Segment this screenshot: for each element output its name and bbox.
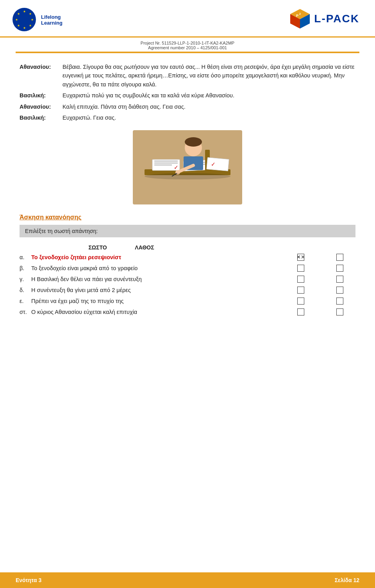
checkbox-wrong-a[interactable] — [336, 254, 343, 261]
answer-text-st: Ο κύριος Αθανασίου εύχεται καλή επιτυχία — [31, 309, 281, 315]
checkbox-wrong-e[interactable] — [336, 298, 343, 305]
svg-text:★: ★ — [23, 10, 26, 13]
checkbox-wrong-b[interactable] — [336, 265, 343, 272]
correct-cell-st — [285, 308, 316, 316]
answer-text-c: Η Βασιλική δεν θέλει να πάει για συνέντε… — [31, 276, 281, 282]
answer-letter-e: ε. — [20, 298, 31, 304]
exercise-section: Άσκηση κατανόησης Επιλέξτε τη σωστή απάν… — [20, 214, 355, 316]
col-wrong-header: ΛΑΘΟΣ — [121, 244, 168, 251]
wrong-cell-d — [324, 287, 355, 294]
checkbox-correct-e[interactable] — [297, 298, 304, 305]
svg-text:2: 2 — [299, 13, 301, 15]
svg-rect-17 — [154, 161, 178, 161]
speech-1: Βέβαια. Σίγουρα θα σας ρωτήσουν για τον … — [62, 63, 355, 89]
wrong-cell-a — [324, 254, 355, 261]
correct-cell-b — [285, 265, 316, 272]
speaker-1: Αθανασίου: — [20, 63, 62, 89]
desk-illustration: ✓ ✓ ✓ — [133, 130, 242, 204]
svg-text:★: ★ — [17, 24, 20, 27]
correct-cell-d — [285, 287, 316, 294]
project-line1: Project Nr. 511529-LLP-1-2010-1-IT-KA2-K… — [16, 41, 359, 45]
answer-row-c: γ. Η Βασιλική δεν θέλει να πάει για συνέ… — [20, 276, 355, 283]
answer-text-d: Η συνέντευξη θα γίνει μετά από 2 μέρες — [31, 287, 281, 293]
eu-logo: ★ ★ ★ ★ ★ ★ ★ ★ Lifelong Learning — [12, 7, 62, 32]
svg-text:✓: ✓ — [174, 164, 179, 170]
checkbox-correct-a[interactable]: ✕ — [297, 254, 304, 261]
lpack-logo: P 2 L-PACK — [288, 7, 359, 30]
speaker-3: Αθανασίου: — [20, 102, 62, 111]
answer-row-b: β. Το ξενοδοχείο είναι μακριά από το γρα… — [20, 265, 355, 272]
correct-cell-a: ✕ — [285, 254, 316, 261]
svg-point-34 — [145, 173, 230, 179]
speaker-4: Βασιλική: — [20, 113, 62, 122]
checkbox-wrong-c[interactable] — [336, 276, 343, 283]
svg-rect-19 — [154, 165, 172, 165]
svg-point-26 — [185, 137, 202, 147]
answer-checkboxes-st — [285, 308, 355, 316]
exercise-instruction: Επιλέξτε τη σωστή απάντηση: — [20, 225, 355, 237]
svg-text:★: ★ — [29, 12, 32, 16]
svg-text:P: P — [296, 14, 298, 18]
lpack-label: L-PACK — [314, 13, 359, 25]
answer-letter-st: στ. — [20, 309, 31, 315]
lpack-cube-icon: P 2 — [288, 7, 312, 30]
speech-4: Ευχαριστώ. Γεια σας. — [62, 113, 116, 122]
answer-checkboxes-a: ✕ — [285, 254, 355, 261]
eu-text-line1: Lifelong — [41, 14, 62, 20]
answer-text-e: Πρέπει να έχει μαζί της το πτυχίο της — [31, 298, 281, 304]
project-info: Project Nr. 511529-LLP-1-2010-1-IT-KA2-K… — [16, 38, 359, 52]
answer-row-a: α. Το ξενοδοχείο ζητάει ρεσεψιονίστ ✕ — [20, 254, 355, 261]
eu-text: Lifelong Learning — [41, 14, 62, 26]
svg-text:★: ★ — [15, 18, 18, 22]
answer-letter-b: β. — [20, 265, 31, 271]
wrong-cell-b — [324, 265, 355, 272]
dialogue-row-3: Αθανασίου: Καλή επιτυχία. Πάντα στη διάθ… — [20, 102, 355, 111]
speech-3: Καλή επιτυχία. Πάντα στη διάθεση σας. Γε… — [62, 102, 186, 111]
answer-letter-a: α. — [20, 254, 31, 260]
col-correct-header: ΣΩΣΤΟ — [74, 244, 121, 251]
main-content: Αθανασίου: Βέβαια. Σίγουρα θα σας ρωτήσο… — [0, 53, 375, 327]
wrong-cell-st — [324, 308, 355, 316]
page-footer: Ενότητα 3 Σελίδα 12 — [0, 572, 375, 588]
checkbox-wrong-st[interactable] — [336, 308, 343, 316]
project-line2: Agreement number 2010 – 4125/001-001 — [16, 45, 359, 50]
svg-rect-32 — [207, 158, 229, 171]
answer-letter-d: δ. — [20, 287, 31, 293]
svg-rect-18 — [154, 163, 178, 163]
answer-checkboxes-e — [285, 298, 355, 305]
page-header: ★ ★ ★ ★ ★ ★ ★ ★ Lifelong Learning — [0, 0, 375, 38]
checkbox-correct-d[interactable] — [297, 287, 304, 294]
answer-row-d: δ. Η συνέντευξη θα γίνει μετά από 2 μέρε… — [20, 287, 355, 294]
answer-row-st: στ. Ο κύριος Αθανασίου εύχεται καλή επιτ… — [20, 308, 355, 316]
footer-unit: Ενότητα 3 — [16, 577, 41, 583]
exercise-title: Άσκηση κατανόησης — [20, 214, 355, 221]
answer-checkboxes-c — [285, 276, 355, 283]
column-headers: ΣΩΣΤΟ ΛΑΘΟΣ — [20, 244, 355, 251]
svg-text:★: ★ — [23, 26, 26, 30]
correct-cell-c — [285, 276, 316, 283]
speech-2: Ευχαριστώ πολύ για τις συμβουλές και τα … — [62, 91, 234, 100]
correct-cell-e — [285, 298, 316, 305]
footer-page: Σελίδα 12 — [335, 577, 359, 583]
checkbox-correct-st[interactable] — [297, 308, 304, 316]
checkbox-correct-c[interactable] — [297, 276, 304, 283]
answer-text-a: Το ξενοδοχείο ζητάει ρεσεψιονίστ — [31, 254, 281, 260]
speaker-2: Βασιλική: — [20, 91, 62, 100]
svg-text:★: ★ — [29, 24, 32, 27]
eu-flag-icon: ★ ★ ★ ★ ★ ★ ★ ★ — [12, 7, 37, 32]
svg-text:★: ★ — [31, 18, 34, 22]
dialogue-row-2: Βασιλική: Ευχαριστώ πολύ για τις συμβουλ… — [20, 91, 355, 100]
checkbox-wrong-d[interactable] — [336, 287, 343, 294]
dialogue-row-4: Βασιλική: Ευχαριστώ. Γεια σας. — [20, 113, 355, 122]
checkbox-correct-b[interactable] — [297, 265, 304, 272]
answer-row-e: ε. Πρέπει να έχει μαζί της το πτυχίο της — [20, 298, 355, 305]
wrong-cell-c — [324, 276, 355, 283]
answer-checkboxes-d — [285, 287, 355, 294]
answer-checkboxes-b — [285, 265, 355, 272]
dialogue-section: Αθανασίου: Βέβαια. Σίγουρα θα σας ρωτήσο… — [20, 63, 355, 122]
wrong-cell-e — [324, 298, 355, 305]
answer-text-b: Το ξενοδοχείο είναι μακριά από το γραφεί… — [31, 265, 281, 271]
svg-text:★: ★ — [17, 12, 20, 16]
eu-text-line2: Learning — [41, 20, 62, 26]
dialogue-row-1: Αθανασίου: Βέβαια. Σίγουρα θα σας ρωτήσο… — [20, 63, 355, 89]
